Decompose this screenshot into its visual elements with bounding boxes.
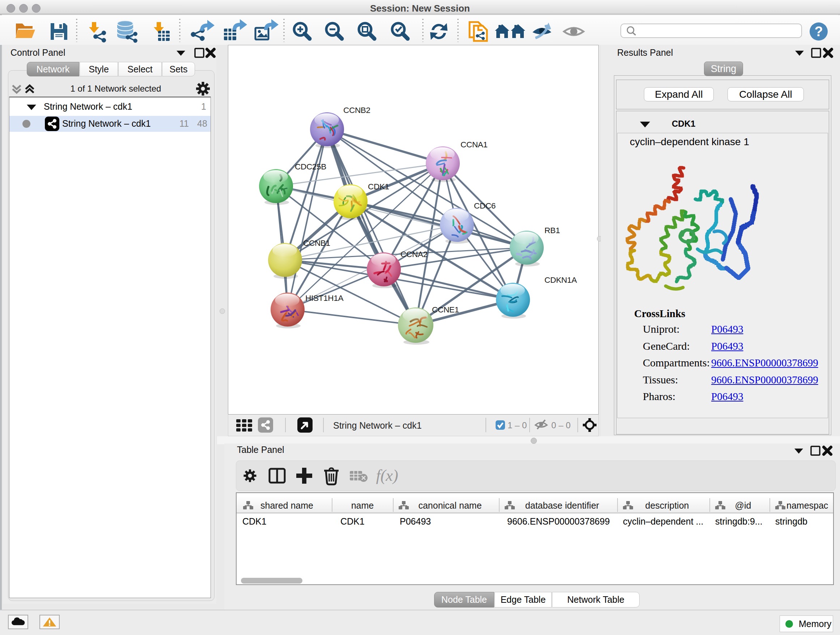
svg-text:shared name: shared name [261,500,313,510]
svg-text:0 – 0: 0 – 0 [551,420,570,430]
svg-text:CCNB1: CCNB1 [303,239,330,248]
svg-text:name: name [351,500,374,510]
svg-text:database identifier: database identifier [525,500,599,510]
svg-text:description: description [645,500,689,510]
svg-text:CDKN1A: CDKN1A [545,276,577,285]
svg-text:CCNE1: CCNE1 [432,305,459,314]
svg-text:f(x): f(x) [376,467,398,485]
svg-text:1 – 0: 1 – 0 [508,420,527,430]
svg-text:HIST1H1A: HIST1H1A [305,294,343,302]
svg-text:CCNA2: CCNA2 [401,250,428,259]
svg-text:namespac: namespac [786,500,828,510]
svg-text:CCNB2: CCNB2 [343,106,370,115]
svg-text:?: ? [814,24,823,39]
svg-text:1 of 1 Network selected: 1 of 1 Network selected [71,84,161,93]
svg-text:CCNA1: CCNA1 [461,140,488,149]
svg-text:String Network – cdk1: String Network – cdk1 [333,420,422,431]
svg-text:@id: @id [735,500,752,510]
svg-text:CDC6: CDC6 [474,201,496,211]
svg-text:CDK1: CDK1 [368,182,389,191]
svg-text:CDC25B: CDC25B [295,162,326,171]
svg-text:RB1: RB1 [545,226,560,235]
svg-text:canonical name: canonical name [418,500,482,510]
